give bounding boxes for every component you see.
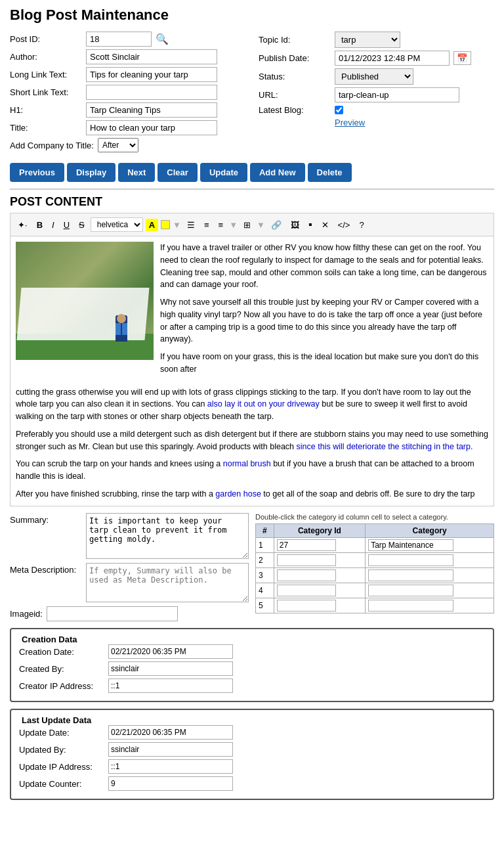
display-button[interactable]: Display [67,163,116,182]
add-company-select[interactable]: After Before None [98,138,138,152]
cat-id-input[interactable] [277,569,336,581]
creator-ip-input[interactable] [108,678,233,693]
cat-name-input[interactable] [368,600,453,611]
meta-description-textarea[interactable] [86,563,249,602]
update-ip-input[interactable] [108,759,233,774]
cat-row-name[interactable] [366,568,494,583]
title-label: Title: [10,123,82,133]
cat-id-input[interactable] [277,554,336,566]
underline-button[interactable]: U [60,218,73,232]
imageid-label: Imageid: [10,609,43,619]
post-id-input[interactable] [86,32,152,47]
content-para-6: After you have finished scrubbing, rinse… [16,488,488,499]
image-button[interactable]: 🖼 [287,218,303,232]
update-counter-input[interactable] [108,776,233,791]
updated-by-input[interactable] [108,742,233,757]
magic-wand-button[interactable]: ✦· [14,218,31,232]
cat-row-id[interactable] [274,598,365,613]
calendar-icon[interactable]: 📅 [453,51,471,65]
bold-button[interactable]: B [33,218,46,232]
post-content-section-title: POST CONTENT [10,189,494,209]
align-button[interactable]: ≡ [215,218,227,232]
creation-date-input[interactable] [108,644,233,659]
long-link-input[interactable] [86,67,217,82]
cat-row-num: 3 [256,568,274,583]
url-input[interactable] [335,87,459,102]
h1-label: H1: [10,105,82,115]
cat-col-name: Category [366,524,494,538]
topic-id-label: Topic Id: [259,35,331,45]
publish-date-label: Publish Date: [259,53,331,63]
font-color-button[interactable]: A [146,219,158,231]
cat-row-id[interactable] [274,568,365,583]
summary-label: Summary: [10,513,82,525]
creation-data-section: Creation Data Creation Date: Created By:… [10,628,494,702]
cat-row-name[interactable] [366,583,494,598]
update-date-label: Update Date: [19,728,104,738]
rich-text-editor: ✦· B I U S helvetica A ▼ ☰ ≡ ≡ ▼ ⊞ ▼ 🔗 🖼… [10,213,494,506]
code-button[interactable]: </> [335,218,354,232]
content-para-5: You can scrub the tarp on your hands and… [16,458,488,483]
short-link-label: Short Link Text: [10,87,82,97]
category-table: # Category Id Category 1 2 3 4 5 [255,523,494,613]
link-button[interactable]: 🔗 [268,218,285,232]
author-input[interactable] [86,49,217,64]
add-new-button[interactable]: Add New [250,163,305,182]
update-date-input[interactable] [108,725,233,740]
page-title: Blog Post Maintenance [10,7,494,24]
creation-date-label: Creation Date: [19,647,104,657]
imageid-input[interactable] [47,606,178,621]
summary-section: Summary: It is important to keep your ta… [10,513,249,621]
cat-row-id[interactable] [274,538,365,553]
cat-name-input[interactable] [368,554,453,566]
remove-format-button[interactable]: ✕ [318,218,332,232]
media-button[interactable]: ▪ [305,217,316,233]
color-indicator [161,220,170,229]
long-link-label: Long Link Text: [10,70,82,79]
align-arrow: ▼ [229,220,238,230]
table-arrow: ▼ [257,220,265,230]
h1-input[interactable] [86,102,217,118]
delete-button[interactable]: Delete [308,163,352,182]
strikethrough-button[interactable]: S [75,218,88,232]
cat-row-name[interactable] [366,553,494,568]
font-family-select[interactable]: helvetica [91,217,143,232]
title-input[interactable] [86,120,217,135]
summary-textarea[interactable]: It is important to keep your tarp clean … [86,513,249,559]
cat-name-input[interactable] [368,569,453,581]
cat-row-num: 5 [256,598,274,613]
cat-id-input[interactable] [277,539,336,551]
cat-row-name[interactable] [366,538,494,553]
help-button[interactable]: ? [356,218,367,232]
preview-link[interactable]: Preview [335,118,365,127]
cat-row-id[interactable] [274,553,365,568]
table-row: 3 [256,568,494,583]
cat-row-name[interactable] [366,598,494,613]
publish-date-input[interactable] [335,51,450,66]
previous-button[interactable]: Previous [10,163,64,182]
table-row: 1 [256,538,494,553]
add-company-label: Add Company to Title: [10,141,94,150]
update-button[interactable]: Update [200,163,247,182]
editor-content-area[interactable]: If you have a travel trailer or other RV… [10,236,494,499]
status-select[interactable]: Published Draft Unpublished [335,68,413,85]
bullet-list-button[interactable]: ☰ [184,218,198,232]
cat-name-input[interactable] [368,539,453,551]
short-link-input[interactable] [86,85,217,100]
created-by-input[interactable] [108,661,233,676]
cat-id-input[interactable] [277,600,336,611]
topic-id-select[interactable]: tarp [335,32,400,48]
table-button[interactable]: ⊞ [240,218,254,232]
cat-id-input[interactable] [277,585,336,596]
clear-button[interactable]: Clear [158,163,198,182]
cat-name-input[interactable] [368,585,453,596]
latest-blog-checkbox[interactable] [335,106,343,114]
next-button[interactable]: Next [118,163,155,182]
action-toolbar: Previous Display Next Clear Update Add N… [10,163,494,182]
update-counter-label: Update Counter: [19,779,104,789]
cat-row-num: 2 [256,553,274,568]
cat-row-id[interactable] [274,583,365,598]
search-button[interactable]: 🔍 [156,33,169,45]
italic-button[interactable]: I [49,218,58,232]
ordered-list-button[interactable]: ≡ [201,218,213,232]
